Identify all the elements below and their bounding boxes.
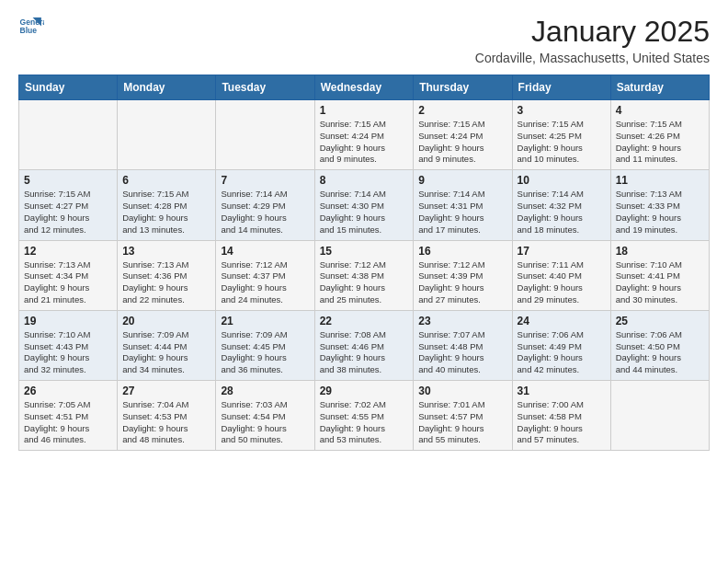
table-row: 26Sunrise: 7:05 AM Sunset: 4:51 PM Dayli… [19, 381, 118, 451]
day-info: Sunrise: 7:13 AM Sunset: 4:33 PM Dayligh… [616, 189, 704, 236]
day-number: 16 [418, 245, 506, 258]
day-number: 8 [320, 174, 409, 187]
day-number: 12 [24, 245, 112, 258]
day-number: 17 [518, 245, 606, 258]
day-number: 25 [616, 315, 704, 327]
page: General Blue January 2025 Cordaville, Ma… [0, 0, 728, 465]
day-info: Sunrise: 7:12 AM Sunset: 4:38 PM Dayligh… [320, 259, 409, 306]
table-row: 27Sunrise: 7:04 AM Sunset: 4:53 PM Dayli… [118, 381, 216, 451]
table-row: 11Sunrise: 7:13 AM Sunset: 4:33 PM Dayli… [610, 170, 709, 240]
day-info: Sunrise: 7:03 AM Sunset: 4:54 PM Dayligh… [221, 399, 309, 446]
day-number: 6 [122, 174, 210, 187]
table-row [216, 100, 314, 170]
day-info: Sunrise: 7:01 AM Sunset: 4:57 PM Dayligh… [418, 399, 506, 446]
day-number: 7 [221, 174, 309, 187]
day-info: Sunrise: 7:14 AM Sunset: 4:30 PM Dayligh… [320, 189, 409, 236]
day-number: 27 [122, 385, 210, 397]
table-row [118, 100, 216, 170]
logo: General Blue [18, 15, 44, 40]
header-monday: Monday [118, 75, 216, 100]
day-info: Sunrise: 7:09 AM Sunset: 4:45 PM Dayligh… [221, 329, 309, 376]
day-info: Sunrise: 7:07 AM Sunset: 4:48 PM Dayligh… [418, 329, 506, 376]
header: General Blue January 2025 Cordaville, Ma… [18, 15, 710, 65]
table-row: 22Sunrise: 7:08 AM Sunset: 4:46 PM Dayli… [314, 310, 414, 380]
day-number: 31 [518, 385, 606, 397]
day-info: Sunrise: 7:14 AM Sunset: 4:29 PM Dayligh… [221, 189, 309, 236]
svg-text:Blue: Blue [20, 26, 38, 35]
table-row: 31Sunrise: 7:00 AM Sunset: 4:58 PM Dayli… [512, 381, 610, 451]
weekday-header-row: Sunday Monday Tuesday Wednesday Thursday… [19, 75, 710, 100]
day-info: Sunrise: 7:05 AM Sunset: 4:51 PM Dayligh… [24, 399, 112, 446]
day-number: 22 [320, 315, 409, 327]
table-row: 6Sunrise: 7:15 AM Sunset: 4:28 PM Daylig… [118, 170, 216, 240]
table-row: 28Sunrise: 7:03 AM Sunset: 4:54 PM Dayli… [216, 381, 314, 451]
header-sunday: Sunday [19, 75, 118, 100]
day-info: Sunrise: 7:04 AM Sunset: 4:53 PM Dayligh… [122, 399, 210, 446]
table-row: 8Sunrise: 7:14 AM Sunset: 4:30 PM Daylig… [314, 170, 414, 240]
day-info: Sunrise: 7:08 AM Sunset: 4:46 PM Dayligh… [320, 329, 409, 376]
day-info: Sunrise: 7:02 AM Sunset: 4:55 PM Dayligh… [320, 399, 409, 446]
day-number: 18 [616, 245, 704, 258]
day-info: Sunrise: 7:15 AM Sunset: 4:26 PM Dayligh… [616, 119, 704, 166]
table-row: 12Sunrise: 7:13 AM Sunset: 4:34 PM Dayli… [19, 240, 118, 310]
table-row: 2Sunrise: 7:15 AM Sunset: 4:24 PM Daylig… [414, 100, 512, 170]
day-info: Sunrise: 7:12 AM Sunset: 4:39 PM Dayligh… [418, 259, 506, 306]
day-info: Sunrise: 7:14 AM Sunset: 4:32 PM Dayligh… [518, 189, 606, 236]
table-row: 7Sunrise: 7:14 AM Sunset: 4:29 PM Daylig… [216, 170, 314, 240]
day-info: Sunrise: 7:12 AM Sunset: 4:37 PM Dayligh… [221, 259, 309, 306]
table-row: 23Sunrise: 7:07 AM Sunset: 4:48 PM Dayli… [414, 310, 512, 380]
table-row: 16Sunrise: 7:12 AM Sunset: 4:39 PM Dayli… [414, 240, 512, 310]
day-info: Sunrise: 7:15 AM Sunset: 4:27 PM Dayligh… [24, 189, 112, 236]
header-tuesday: Tuesday [216, 75, 314, 100]
table-row: 5Sunrise: 7:15 AM Sunset: 4:27 PM Daylig… [19, 170, 118, 240]
calendar-week-row: 26Sunrise: 7:05 AM Sunset: 4:51 PM Dayli… [19, 381, 710, 451]
table-row: 19Sunrise: 7:10 AM Sunset: 4:43 PM Dayli… [19, 310, 118, 380]
calendar-week-row: 12Sunrise: 7:13 AM Sunset: 4:34 PM Dayli… [19, 240, 710, 310]
day-number: 28 [221, 385, 309, 397]
table-row: 13Sunrise: 7:13 AM Sunset: 4:36 PM Dayli… [118, 240, 216, 310]
table-row: 30Sunrise: 7:01 AM Sunset: 4:57 PM Dayli… [414, 381, 512, 451]
location-title: Cordaville, Massachusetts, United States [475, 51, 710, 65]
svg-text:General: General [20, 17, 44, 27]
day-info: Sunrise: 7:13 AM Sunset: 4:36 PM Dayligh… [122, 259, 210, 306]
table-row [610, 381, 709, 451]
day-number: 9 [418, 174, 506, 187]
day-info: Sunrise: 7:11 AM Sunset: 4:40 PM Dayligh… [518, 259, 606, 306]
title-block: January 2025 Cordaville, Massachusetts, … [475, 15, 710, 65]
header-friday: Friday [512, 75, 610, 100]
header-thursday: Thursday [414, 75, 512, 100]
day-number: 26 [24, 385, 112, 397]
day-info: Sunrise: 7:15 AM Sunset: 4:28 PM Dayligh… [122, 189, 210, 236]
day-number: 5 [24, 174, 112, 187]
day-number: 29 [320, 385, 409, 397]
table-row: 21Sunrise: 7:09 AM Sunset: 4:45 PM Dayli… [216, 310, 314, 380]
calendar-week-row: 5Sunrise: 7:15 AM Sunset: 4:27 PM Daylig… [19, 170, 710, 240]
table-row: 17Sunrise: 7:11 AM Sunset: 4:40 PM Dayli… [512, 240, 610, 310]
table-row: 20Sunrise: 7:09 AM Sunset: 4:44 PM Dayli… [118, 310, 216, 380]
table-row: 15Sunrise: 7:12 AM Sunset: 4:38 PM Dayli… [314, 240, 414, 310]
day-info: Sunrise: 7:10 AM Sunset: 4:41 PM Dayligh… [616, 259, 704, 306]
calendar-week-row: 1Sunrise: 7:15 AM Sunset: 4:24 PM Daylig… [19, 100, 710, 170]
day-number: 21 [221, 315, 309, 327]
table-row: 1Sunrise: 7:15 AM Sunset: 4:24 PM Daylig… [314, 100, 414, 170]
table-row [19, 100, 118, 170]
day-number: 30 [418, 385, 506, 397]
table-row: 29Sunrise: 7:02 AM Sunset: 4:55 PM Dayli… [314, 381, 414, 451]
day-number: 24 [518, 315, 606, 327]
table-row: 14Sunrise: 7:12 AM Sunset: 4:37 PM Dayli… [216, 240, 314, 310]
day-number: 15 [320, 245, 409, 258]
day-info: Sunrise: 7:14 AM Sunset: 4:31 PM Dayligh… [418, 189, 506, 236]
day-info: Sunrise: 7:13 AM Sunset: 4:34 PM Dayligh… [24, 259, 112, 306]
table-row: 24Sunrise: 7:06 AM Sunset: 4:49 PM Dayli… [512, 310, 610, 380]
day-info: Sunrise: 7:00 AM Sunset: 4:58 PM Dayligh… [518, 399, 606, 446]
month-title: January 2025 [475, 15, 710, 49]
day-number: 4 [616, 104, 704, 117]
table-row: 9Sunrise: 7:14 AM Sunset: 4:31 PM Daylig… [414, 170, 512, 240]
day-info: Sunrise: 7:15 AM Sunset: 4:25 PM Dayligh… [518, 119, 606, 166]
table-row: 25Sunrise: 7:06 AM Sunset: 4:50 PM Dayli… [610, 310, 709, 380]
day-number: 19 [24, 315, 112, 327]
calendar-week-row: 19Sunrise: 7:10 AM Sunset: 4:43 PM Dayli… [19, 310, 710, 380]
day-number: 2 [418, 104, 506, 117]
day-info: Sunrise: 7:06 AM Sunset: 4:49 PM Dayligh… [518, 329, 606, 376]
day-info: Sunrise: 7:15 AM Sunset: 4:24 PM Dayligh… [320, 119, 409, 166]
